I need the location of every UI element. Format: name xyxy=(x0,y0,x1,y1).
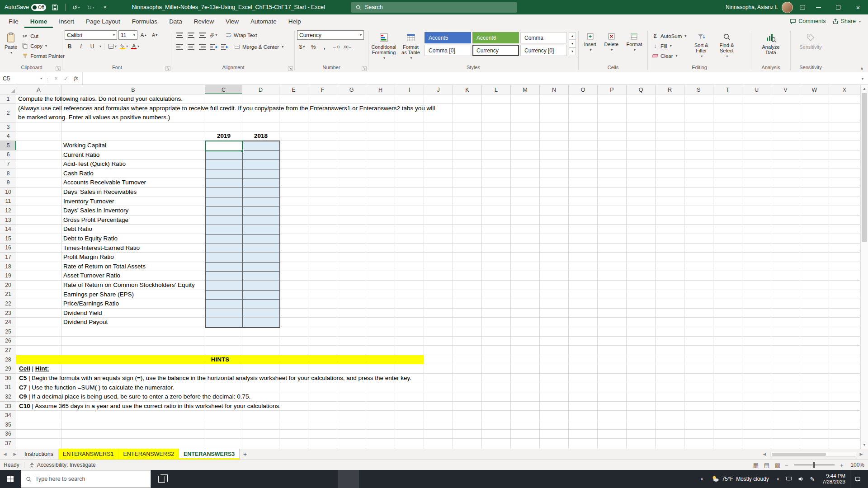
cell-b14[interactable]: Debt Ratio xyxy=(63,225,92,234)
avatar[interactable] xyxy=(782,2,793,13)
comments-button[interactable]: Comments xyxy=(790,18,826,24)
underline-button[interactable]: U xyxy=(87,42,97,51)
close-button[interactable]: × xyxy=(848,0,868,14)
row-header-34[interactable]: 34 xyxy=(0,411,16,420)
column-header-I[interactable]: I xyxy=(395,85,424,94)
user-name[interactable]: Ninnasopha, Asianz L xyxy=(726,4,778,10)
cell-style-currency[interactable]: Currency xyxy=(472,45,519,56)
cell-b7[interactable]: Acid-Test (Quick) Ratio xyxy=(63,160,126,169)
cell-a29[interactable]: Cell | Hint: xyxy=(19,364,49,374)
format-painter-button[interactable]: Format Painter xyxy=(20,51,66,61)
name-box[interactable]: C5 ▾ xyxy=(0,72,45,84)
conditional-formatting-button[interactable]: Conditional Formatting ▾ xyxy=(371,30,397,60)
gallery-up-icon[interactable]: ▴ xyxy=(569,32,576,40)
row-header-4[interactable]: 4 xyxy=(0,131,16,141)
bottom-align-icon[interactable] xyxy=(197,30,207,40)
share-button[interactable]: Share ▾ xyxy=(832,18,861,24)
cell-d10[interactable] xyxy=(242,188,280,197)
row-header-25[interactable]: 25 xyxy=(0,327,16,337)
row-header-6[interactable]: 6 xyxy=(0,150,16,160)
number-format-select[interactable]: Currency▾ xyxy=(297,30,364,40)
grow-font-button[interactable]: A▲ xyxy=(139,30,149,40)
cell-d15[interactable] xyxy=(242,234,280,244)
cell-d22[interactable] xyxy=(242,299,280,309)
zoom-level[interactable]: 100% xyxy=(845,462,864,468)
sensitivity-button[interactable]: Sensitivity xyxy=(796,30,825,50)
cell-d8[interactable] xyxy=(242,169,280,179)
font-dialog-launcher[interactable]: ↘ xyxy=(165,66,170,71)
scroll-up-icon[interactable]: ▲ xyxy=(861,85,868,93)
cell-d11[interactable] xyxy=(242,197,280,207)
cell-b13[interactable]: Gross Profit Percentage xyxy=(63,216,128,225)
cell-b24[interactable]: Dividend Payout xyxy=(63,318,108,327)
column-header-Q[interactable]: Q xyxy=(627,85,656,94)
redo-icon[interactable]: ↻▾ xyxy=(85,1,96,13)
cell-d7[interactable] xyxy=(242,160,280,169)
pen-icon[interactable]: ✎ xyxy=(807,476,818,483)
column-header-P[interactable]: P xyxy=(598,85,627,94)
taskbar-app-excel[interactable]: X xyxy=(338,470,359,488)
zoom-slider[interactable] xyxy=(794,465,835,465)
cell-b5[interactable]: Working Capital xyxy=(63,141,106,150)
cell-c23[interactable] xyxy=(205,309,243,319)
cell-d5[interactable] xyxy=(242,141,280,151)
zoom-out-button[interactable]: − xyxy=(783,462,790,469)
save-icon[interactable] xyxy=(49,1,61,13)
column-header-O[interactable]: O xyxy=(569,85,598,94)
percent-style-button[interactable]: % xyxy=(308,42,318,52)
ribbon-tab-review[interactable]: Review xyxy=(188,14,220,28)
font-size-select[interactable]: 11▾ xyxy=(118,30,137,40)
cell-d4[interactable]: 2018 xyxy=(242,131,279,141)
expand-formula-bar-icon[interactable]: ▾ xyxy=(857,72,868,84)
ribbon-tab-insert[interactable]: Insert xyxy=(53,14,80,28)
taskbar-app-chrome[interactable] xyxy=(297,470,317,488)
collapse-ribbon-icon[interactable]: ∧ xyxy=(860,66,863,71)
hidden-icons-chevron[interactable]: ∧ xyxy=(698,477,707,481)
cell-d6[interactable] xyxy=(242,150,280,160)
sheet-nav-right-icon[interactable]: ▶ xyxy=(10,449,20,460)
row-header-27[interactable]: 27 xyxy=(0,346,16,355)
cell-c18[interactable] xyxy=(205,262,243,272)
cell-c4[interactable]: 2019 xyxy=(205,131,242,141)
cell-d16[interactable] xyxy=(242,244,280,253)
select-all-corner[interactable] xyxy=(0,85,16,94)
taskbar-app-mail[interactable]: ✉ xyxy=(172,470,193,488)
column-header-R[interactable]: R xyxy=(656,85,684,94)
font-color-button[interactable]: A▾ xyxy=(130,42,140,51)
taskbar-app-spotify[interactable] xyxy=(234,470,255,488)
column-header-C[interactable]: C xyxy=(205,85,242,94)
orientation-icon[interactable]: ab▾ xyxy=(208,30,218,40)
vertical-scroll-thumb[interactable] xyxy=(862,93,867,242)
sheet-tab-enteranswers2[interactable]: ENTERANSWERS2 xyxy=(118,449,179,460)
row-header-7[interactable]: 7 xyxy=(0,160,16,169)
cell-b18[interactable]: Rate of Return on Total Assets xyxy=(63,262,146,272)
decrease-indent-icon[interactable]: ◀ xyxy=(208,42,218,52)
row-header-20[interactable]: 20 xyxy=(0,281,16,290)
cell-d9[interactable] xyxy=(242,178,280,188)
cell-c16[interactable] xyxy=(205,244,243,253)
volume-icon[interactable] xyxy=(795,476,806,482)
accessibility-status[interactable]: Accessibility: Investigate xyxy=(29,462,96,468)
cell-style-comma[interactable]: Comma xyxy=(520,32,567,43)
clock[interactable]: 9:44 PM 7/28/2023 xyxy=(819,473,849,485)
column-header-X[interactable]: X xyxy=(829,85,860,94)
decrease-decimal-button[interactable]: .00→ xyxy=(342,42,353,52)
cell-a32[interactable]: C9 | If a decimal place is being used, b… xyxy=(19,392,250,402)
column-header-T[interactable]: T xyxy=(713,85,742,94)
shrink-font-button[interactable]: A▼ xyxy=(150,30,160,40)
taskbar-app-firefox[interactable] xyxy=(276,470,297,488)
align-right-icon[interactable] xyxy=(197,42,207,52)
quick-access-menu-icon[interactable]: ▾ xyxy=(99,1,111,13)
row-header-29[interactable]: 29 xyxy=(0,364,16,374)
cell-c14[interactable] xyxy=(205,225,243,235)
cell-d13[interactable] xyxy=(242,216,280,225)
cell-c11[interactable] xyxy=(205,197,243,207)
sheet-tab-enteranswers1[interactable]: ENTERANSWERS1 xyxy=(58,449,119,460)
top-align-icon[interactable] xyxy=(175,30,184,40)
cell-c17[interactable] xyxy=(205,253,243,263)
enter-icon[interactable]: ✓ xyxy=(61,75,71,82)
scroll-down-icon[interactable]: ▼ xyxy=(861,441,868,449)
page-break-view-button[interactable]: ▥ xyxy=(772,462,783,469)
comma-style-button[interactable]: , xyxy=(320,42,330,52)
column-header-W[interactable]: W xyxy=(800,85,829,94)
